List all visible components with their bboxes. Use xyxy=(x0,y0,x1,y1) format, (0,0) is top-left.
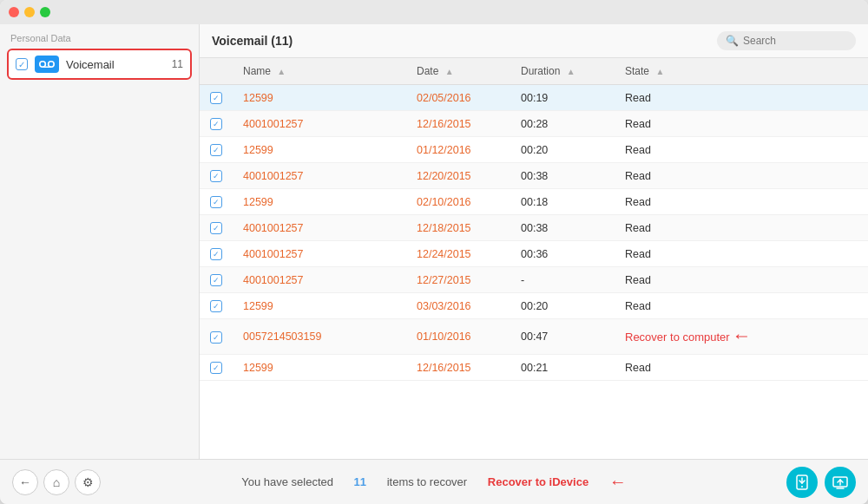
duration-sort-arrow: ▲ xyxy=(567,67,575,76)
row-checkbox[interactable] xyxy=(210,331,222,344)
voicemail-icon xyxy=(35,56,59,73)
row-checkbox[interactable] xyxy=(210,300,222,312)
footer-nav: ← ⌂ ⚙ xyxy=(12,469,101,495)
cell-state: Read xyxy=(615,137,868,163)
table-row: 400100125712/24/201500:36Read xyxy=(200,241,868,267)
cell-state: Read xyxy=(615,293,868,319)
table-row: 400100125712/16/201500:28Read xyxy=(200,111,868,137)
row-check-cell xyxy=(200,85,233,111)
row-checkbox[interactable] xyxy=(210,196,222,208)
cell-date: 12/16/2015 xyxy=(406,111,510,137)
row-check-cell xyxy=(200,163,233,189)
recover-computer-annotation: Recover to computer xyxy=(625,331,730,344)
row-check-cell xyxy=(200,241,233,267)
footer-recover-arrow: ← xyxy=(609,472,627,492)
row-checkbox[interactable] xyxy=(210,274,222,286)
cell-name: 12599 xyxy=(233,189,406,215)
content-title: Voicemail (11) xyxy=(212,34,293,48)
settings-button[interactable]: ⚙ xyxy=(75,469,101,495)
svg-point-4 xyxy=(801,486,803,488)
cell-state: Read xyxy=(615,355,868,381)
row-check-cell xyxy=(200,189,233,215)
cell-name: 12599 xyxy=(233,85,406,111)
titlebar xyxy=(0,0,868,24)
row-checkbox[interactable] xyxy=(210,144,222,156)
row-checkbox[interactable] xyxy=(210,222,222,234)
th-name[interactable]: Name ▲ xyxy=(233,58,406,85)
sidebar-item-count: 11 xyxy=(172,58,183,70)
footer-action-buttons xyxy=(786,467,856,498)
row-checkbox[interactable] xyxy=(210,118,222,130)
footer-text-after: items to recover xyxy=(387,475,467,488)
sidebar-item-name: Voicemail xyxy=(66,58,165,71)
row-checkbox[interactable] xyxy=(210,92,222,104)
back-button[interactable]: ← xyxy=(12,469,38,495)
window-controls xyxy=(9,7,50,17)
cell-state: Read xyxy=(615,111,868,137)
th-duration[interactable]: Duration ▲ xyxy=(510,58,615,85)
cell-date: 12/16/2015 xyxy=(406,355,510,381)
recover-to-computer-button[interactable] xyxy=(825,467,856,498)
search-input[interactable] xyxy=(743,35,847,47)
row-checkbox[interactable] xyxy=(210,362,222,374)
cell-date: 02/05/2016 xyxy=(406,85,510,111)
table-container: Name ▲ Date ▲ Duration ▲ State xyxy=(200,58,868,459)
cell-duration: 00:38 xyxy=(510,215,615,241)
cell-duration: 00:21 xyxy=(510,355,615,381)
cell-date: 12/18/2015 xyxy=(406,215,510,241)
cell-date: 01/12/2016 xyxy=(406,137,510,163)
search-icon: 🔍 xyxy=(726,35,739,47)
row-check-cell xyxy=(200,293,233,319)
cell-state: Read xyxy=(615,215,868,241)
row-check-cell xyxy=(200,355,233,381)
table-row: 400100125712/18/201500:38Read xyxy=(200,215,868,241)
cell-duration: - xyxy=(510,267,615,293)
voicemail-table: Name ▲ Date ▲ Duration ▲ State xyxy=(200,58,868,381)
cell-state: Read xyxy=(615,241,868,267)
cell-date: 12/24/2015 xyxy=(406,241,510,267)
minimize-button[interactable] xyxy=(24,7,35,17)
cell-state: Read xyxy=(615,163,868,189)
cell-duration: 00:38 xyxy=(510,163,615,189)
cell-duration: 00:20 xyxy=(510,137,615,163)
table-row: 1259901/12/201600:20Read xyxy=(200,137,868,163)
cell-name: 4001001257 xyxy=(233,267,406,293)
home-button[interactable]: ⌂ xyxy=(43,469,69,495)
cell-name: 12599 xyxy=(233,355,406,381)
table-row: 400100125712/20/201500:38Read xyxy=(200,163,868,189)
row-checkbox[interactable] xyxy=(210,248,222,260)
cell-name: 12599 xyxy=(233,137,406,163)
cell-duration: 00:28 xyxy=(510,111,615,137)
cell-date: 12/27/2015 xyxy=(406,267,510,293)
cell-date: 03/03/2016 xyxy=(406,293,510,319)
voicemail-checkbox[interactable] xyxy=(16,58,28,70)
row-check-cell xyxy=(200,267,233,293)
cell-duration: 00:20 xyxy=(510,293,615,319)
search-box: 🔍 xyxy=(717,31,856,50)
row-checkbox[interactable] xyxy=(210,170,222,182)
content-area: Voicemail (11) 🔍 Name ▲ Date xyxy=(200,24,868,459)
recover-computer-arrow: ↑ xyxy=(728,332,751,342)
close-button[interactable] xyxy=(9,7,19,17)
cell-name: 4001001257 xyxy=(233,215,406,241)
th-checkbox xyxy=(200,58,233,85)
cell-state: Read xyxy=(615,267,868,293)
state-sort-arrow: ▲ xyxy=(655,67,664,76)
th-state[interactable]: State ▲ xyxy=(615,58,868,85)
name-sort-arrow: ▲ xyxy=(277,67,286,76)
cell-duration: 00:18 xyxy=(510,189,615,215)
table-row: 400100125712/27/2015-Read xyxy=(200,267,868,293)
cell-duration: 00:36 xyxy=(510,241,615,267)
table-header-row: Name ▲ Date ▲ Duration ▲ State xyxy=(200,58,868,85)
svg-point-0 xyxy=(40,62,46,68)
row-check-cell xyxy=(200,215,233,241)
cell-state: Read xyxy=(615,189,868,215)
table-row: 005721450315901/10/201600:47Recover to c… xyxy=(200,319,868,355)
recover-to-device-button[interactable] xyxy=(786,467,818,498)
maximize-button[interactable] xyxy=(40,7,50,17)
sidebar-item-voicemail[interactable]: Voicemail 11 xyxy=(7,49,192,80)
cell-duration: 00:19 xyxy=(510,85,615,111)
svg-point-1 xyxy=(49,62,55,68)
th-date[interactable]: Date ▲ xyxy=(406,58,510,85)
footer: ← ⌂ ⚙ You have selected 11 items to reco… xyxy=(0,459,868,504)
